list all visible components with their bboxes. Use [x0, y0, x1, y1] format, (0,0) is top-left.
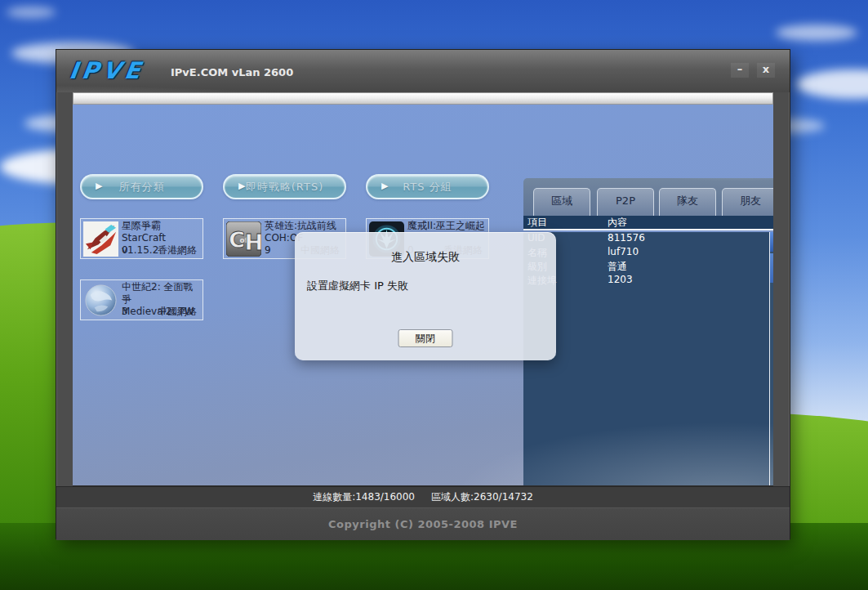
- starcraft-ship-icon: [83, 221, 118, 257]
- minimize-button[interactable]: –: [731, 63, 749, 78]
- app-logo: IPVE: [68, 57, 146, 84]
- category-button-rts[interactable]: ▶ 即時戰略(RTS): [223, 174, 346, 199]
- connection-count: 連線數量:1483/16000: [313, 490, 415, 504]
- cloud: [7, 7, 56, 18]
- tab-friends[interactable]: 朋友: [722, 188, 773, 216]
- error-dialog: 進入區域失敗 設置虛擬網卡 IP 失敗 關閉: [295, 232, 556, 360]
- game-title: 魔戒II:巫王之崛起: [407, 220, 487, 232]
- play-arrow-icon: ▶: [381, 181, 388, 191]
- coh-icon: C of H: [226, 221, 261, 257]
- scrollbar[interactable]: ∧ ≡ ∨: [769, 232, 773, 486]
- game-player-count: 9: [265, 244, 271, 257]
- play-arrow-icon: ▶: [238, 181, 245, 191]
- table-row[interactable]: 連接埠 1203: [523, 274, 769, 288]
- column-header-item: 項目: [527, 216, 547, 230]
- game-player-count: 0: [122, 244, 128, 257]
- category-button-all[interactable]: ▶ 所有分類: [80, 174, 203, 199]
- panel-table-header: 項目 內容: [523, 216, 773, 230]
- game-title: 英雄连:抗战前线: [265, 220, 344, 232]
- close-button[interactable]: x: [757, 63, 775, 78]
- category-button-rts-group[interactable]: ▶ RTS 分組: [366, 174, 489, 199]
- window-title: IPvE.COM vLan 2600: [171, 66, 293, 78]
- titlebar[interactable]: IPVE IPvE.COM vLan 2600: [56, 50, 790, 92]
- table-row[interactable]: UID 811576: [523, 232, 769, 246]
- tab-p2p[interactable]: P2P: [597, 188, 654, 216]
- cloud: [776, 25, 857, 41]
- game-title: 中世紀2: 全面戰爭: [122, 281, 201, 306]
- game-network: 香港網絡: [158, 244, 197, 257]
- dialog-message: 設置虛擬網卡 IP 失敗: [295, 265, 556, 293]
- svg-text:H: H: [244, 230, 261, 255]
- panel-table: UID 811576 名稱 luf710 級別 普通 連接埠 1203: [523, 232, 769, 486]
- game-item-starcraft[interactable]: 星際爭霸 StarCraft v1.15.2 0 香港網絡: [80, 218, 203, 259]
- column-header-content: 內容: [608, 216, 627, 230]
- scrollbar-thumb[interactable]: ≡: [770, 253, 773, 283]
- cloud: [796, 69, 868, 99]
- dialog-close-button[interactable]: 關閉: [398, 329, 453, 347]
- scroll-up-icon[interactable]: ∧: [770, 232, 773, 252]
- copyright-bar: Copyright (C) 2005-2008 IPVE: [56, 507, 790, 540]
- game-network: 中國網絡: [158, 306, 197, 318]
- game-item-medieval2[interactable]: 中世紀2: 全面戰爭 Medieval2: TW 3 中國網絡: [80, 279, 203, 320]
- status-bar: 連線數量:1483/16000 區域人數:2630/14732: [56, 486, 790, 507]
- copyright-text: Copyright (C) 2005-2008 IPVE: [328, 518, 518, 530]
- tab-teammates[interactable]: 隊友: [659, 188, 716, 216]
- dialog-title: 進入區域失敗: [295, 232, 556, 265]
- table-row[interactable]: 級別 普通: [523, 260, 769, 274]
- tab-zone[interactable]: 區域: [533, 188, 590, 216]
- right-panel: 區域 P2P 隊友 朋友 項目 內容 UID 811576 名稱 luf710 …: [523, 178, 773, 486]
- game-title: 星際爭霸: [122, 220, 201, 232]
- game-player-count: 3: [122, 306, 128, 318]
- globe-icon: [83, 283, 118, 318]
- zone-population: 區域人數:2630/14732: [431, 490, 533, 504]
- play-arrow-icon: ▶: [96, 181, 102, 191]
- app-window: IPVE IPvE.COM vLan 2600 – x ▶ 所有分類 ▶ 即時戰…: [56, 49, 790, 539]
- table-row[interactable]: 名稱 luf710: [523, 246, 769, 260]
- toolbar-strip: [73, 92, 773, 105]
